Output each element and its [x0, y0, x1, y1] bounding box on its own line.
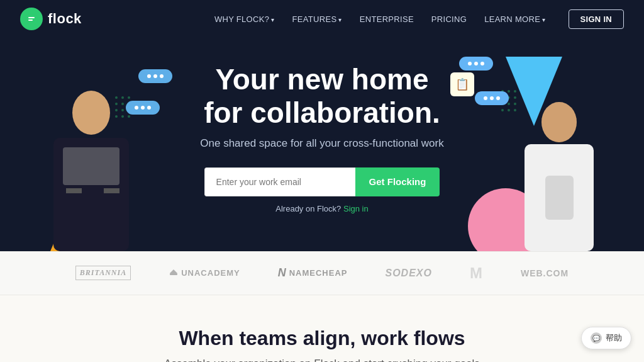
nav-features[interactable]: FEATURES [292, 14, 342, 24]
svg-marker-37 [170, 269, 177, 273]
hero-content: Your new home for collaboration. One sha… [200, 63, 443, 213]
svg-rect-36 [170, 273, 177, 275]
nav-why-flock[interactable]: WHY FLOCK? [214, 14, 275, 24]
get-flocking-button[interactable]: Get Flocking [355, 167, 440, 196]
person-left [19, 69, 164, 251]
nav-links: WHY FLOCK? FEATURES ENTERPRISE PRICING L… [214, 9, 624, 29]
svg-rect-2 [28, 20, 33, 21]
email-input[interactable] [204, 167, 355, 196]
sign-in-button[interactable]: SIGN IN [569, 9, 625, 29]
svg-point-0 [25, 13, 38, 25]
chat-bubble-2 [126, 101, 160, 115]
hero-subtitle: One shared space for all your cross-func… [200, 137, 443, 150]
chat-bubble-note: 📋 [450, 72, 474, 96]
logo-unacademy: unacademy [169, 268, 240, 278]
section-2: When teams align, work flows Assemble yo… [0, 295, 644, 362]
nav-enterprise[interactable]: ENTERPRISE [360, 14, 414, 24]
logo-icon [20, 8, 43, 30]
nav-learn-more[interactable]: LEARN MORE [484, 14, 545, 24]
navigation: flock WHY FLOCK? FEATURES ENTERPRISE PRI… [0, 0, 644, 38]
svg-rect-34 [545, 176, 574, 220]
signin-link[interactable]: Sign in [343, 204, 369, 213]
logo-webcom: web.com [521, 268, 569, 278]
svg-rect-1 [28, 17, 35, 18]
logo-namecheap: N namecheap [278, 266, 348, 280]
chat-bubble-1 [138, 69, 172, 83]
logo-sodexo: sodexo [385, 268, 431, 279]
svg-rect-30 [66, 188, 82, 193]
svg-point-27 [72, 91, 110, 135]
support-label: 帮助 [606, 332, 622, 344]
support-button[interactable]: 💬 帮助 [581, 327, 631, 349]
svg-rect-29 [63, 147, 119, 185]
svg-rect-31 [104, 188, 119, 193]
logo-mcdonalds: M [470, 264, 483, 282]
logo-text: flock [48, 11, 82, 27]
hero-signin-prompt: Already on Flock? Sign in [200, 204, 443, 213]
logo-area[interactable]: flock [20, 8, 82, 30]
support-bubble-icon: 💬 [591, 332, 602, 344]
hero-title: Your new home for collaboration. [200, 63, 443, 130]
chat-bubble-4 [475, 91, 509, 105]
chat-bubble-3 [459, 57, 493, 71]
section2-title: When teams align, work flows [25, 327, 619, 350]
person-right [499, 81, 625, 251]
svg-point-35 [541, 102, 577, 142]
logo-britannia: BRITANNIA [75, 266, 131, 280]
section2-subtitle: Assemble your organization on Flock and … [25, 358, 619, 362]
hero-form: Get Flocking [200, 167, 443, 196]
nav-pricing[interactable]: PRICING [431, 14, 467, 24]
hero-section: 📋 Your new home for collaboration. One s… [0, 38, 644, 251]
logos-strip: BRITANNIA unacademy N namecheap sodexo M… [0, 251, 644, 295]
